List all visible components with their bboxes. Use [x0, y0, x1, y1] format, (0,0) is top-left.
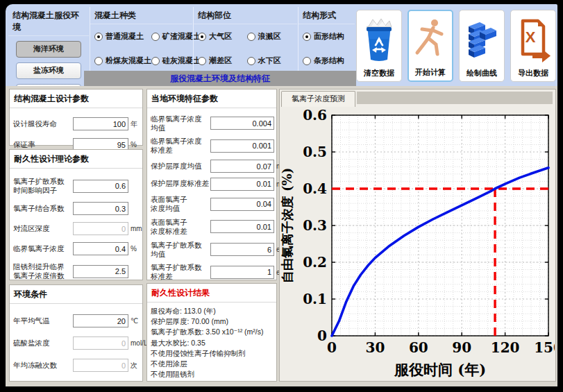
parameter-label: 硫酸盐浓度: [13, 339, 73, 348]
service-environment-group: 结构混凝土服役环境 海洋环境 盐冻环境 化学侵蚀环境: [8, 7, 89, 83]
panel-title: 结构混凝土设计参数: [10, 90, 142, 108]
parameter-input[interactable]: [73, 314, 128, 327]
radio-icon: [151, 57, 160, 65]
parameter-label: 氯离子扩散系数 均值: [151, 241, 210, 259]
parameter-unit: %: [131, 245, 137, 253]
chart-panel: 氯离子浓度预测 00.10.20.30.40.50.60306090120150…: [279, 89, 556, 382]
radio-icon: [94, 33, 103, 41]
radio-splash-zone[interactable]: 浪溅区: [247, 31, 296, 42]
excel-export-icon: X: [516, 17, 551, 67]
env-button-salt-frost[interactable]: 盐冻环境: [16, 62, 81, 79]
parameter-input[interactable]: [73, 202, 128, 215]
parameter-label: 表面氯离子 浓度均值: [151, 195, 210, 213]
parameter-row: 对流区深度mm: [13, 222, 139, 235]
application-window: 结构混凝土服役环境 海洋环境 盐冻环境 化学侵蚀环境 混凝土种类 普通混凝土 矿…: [0, 0, 563, 392]
tab-chloride-prediction[interactable]: 氯离子浓度预测: [281, 91, 355, 107]
parameter-row: 氯离子扩散系数 均值e-12m2/s: [151, 241, 273, 259]
parameter-input[interactable]: [210, 139, 274, 153]
blocks-curve-icon: [464, 17, 499, 67]
panel-body: 氯离子扩散系数 时间影响因子氯离子结合系数对流区深度mm临界氯离子浓度%阻锈剂提…: [10, 169, 142, 281]
result-line: 不使用阻锈剂: [151, 369, 273, 380]
design-parameters-panel: 结构混凝土设计参数 设计服役寿命年保证率%: [9, 89, 143, 146]
parameter-label: 年平均气温: [13, 316, 73, 325]
radio-underwater-zone[interactable]: 水下区: [247, 56, 296, 66]
parameter-label: 表面氯离子 浓度标准差: [151, 218, 210, 236]
radio-icon: [151, 33, 160, 41]
group-title: 结构混凝土服役环境: [8, 7, 89, 36]
parameter-row: 氯离子结合系数: [13, 202, 139, 215]
svg-text:X: X: [526, 28, 536, 46]
radio-strip-structure[interactable]: 条形结构: [303, 56, 353, 66]
tab-bar-filler: [357, 92, 553, 104]
parameter-label: 阻锈剂提升临界 氯离子浓度倍数: [13, 262, 73, 280]
parameter-input[interactable]: [73, 117, 128, 130]
export-data-button[interactable]: X 导出数据: [510, 10, 556, 82]
parameter-input[interactable]: [210, 266, 274, 279]
parameter-unit: mol/L: [131, 339, 147, 347]
parameter-row: 临界氯离子浓度 标准差: [151, 137, 273, 155]
panel-body: 临界氯离子浓度 均值临界氯离子浓度 标准差保护层厚度均值m保护层厚度标准差m表面…: [147, 108, 276, 282]
svg-text:自由氯离子浓度 (%): 自由氯离子浓度 (%): [280, 168, 294, 283]
parameter-label: 临界氯离子浓度: [13, 244, 73, 253]
radio-icon: [303, 57, 311, 65]
radio-flyash-concrete[interactable]: 粉煤灰混凝土: [94, 56, 151, 66]
draw-curve-button[interactable]: 绘制曲线: [459, 10, 505, 82]
svg-text:120: 120: [491, 339, 520, 356]
parameter-input[interactable]: [210, 160, 274, 173]
parameter-label: 氯离子扩散系数 标准差: [151, 263, 210, 281]
parameter-row: 设计服役寿命年: [13, 117, 139, 130]
parameter-input[interactable]: [210, 117, 274, 130]
parameter-row: 年均冻融次数次: [13, 359, 139, 372]
svg-text:0.1: 0.1: [303, 291, 327, 307]
radio-ordinary-concrete[interactable]: 普通混凝土: [94, 31, 151, 42]
parameter-input: [73, 336, 128, 350]
parameter-row: 年平均气温℃: [13, 314, 139, 327]
parameter-label: 年均冻融次数: [13, 361, 73, 370]
action-label: 清空数据: [364, 68, 394, 78]
radio-icon: [247, 33, 255, 41]
durability-results-panel: 耐久性设计结果 服役寿命: 113.0 (年)保护层厚度: 70.00 (mm)…: [146, 283, 277, 382]
radio-atmospheric-zone[interactable]: 大气区: [198, 31, 247, 42]
result-line: 不使用涂层: [151, 359, 273, 369]
result-line: 不使用侵蚀性离子传输抑制剂: [151, 348, 273, 359]
section-banner: 服役混凝土环境及结构特征: [84, 71, 356, 86]
parameter-input[interactable]: [210, 178, 274, 191]
group-title: 结构部位: [194, 7, 297, 24]
radio-icon: [247, 57, 255, 65]
parameter-row: 保护层厚度标准差m: [151, 178, 273, 191]
result-line: 氯离子扩散系数: 3.50 x10⁻¹² (m²/s): [151, 327, 273, 337]
parameter-row: 表面氯离子 浓度均值: [151, 195, 273, 213]
parameter-row: 保护层厚度均值m: [151, 160, 273, 173]
group-title: 结构形式: [299, 7, 355, 24]
parameter-input[interactable]: [73, 242, 128, 255]
radio-icon: [94, 57, 103, 65]
parameter-input: [73, 222, 128, 235]
radio-tidal-zone[interactable]: 潮差区: [198, 56, 247, 66]
parameter-input[interactable]: [73, 265, 128, 278]
start-calculation-button[interactable]: 开始计算: [407, 10, 453, 82]
parameter-input[interactable]: [210, 220, 274, 233]
svg-text:150: 150: [534, 339, 555, 356]
panel-title: 耐久性设计理论参数: [10, 150, 142, 169]
radio-slab-structure[interactable]: 面形结构: [303, 31, 353, 42]
parameter-label: 临界氯离子浓度 均值: [151, 114, 210, 133]
svg-text:0.6: 0.6: [303, 107, 327, 123]
result-line: 保护层厚度: 70.00 (mm): [151, 316, 273, 327]
action-label: 绘制曲线: [467, 68, 497, 78]
local-environment-panel: 当地环境特征参数 临界氯离子浓度 均值临界氯离子浓度 标准差保护层厚度均值m保护…: [146, 89, 277, 280]
results-body: 服役寿命: 113.0 (年)保护层厚度: 70.00 (mm)氯离子扩散系数:…: [147, 302, 276, 380]
parameter-unit: mm: [131, 225, 142, 232]
parameter-input[interactable]: [73, 180, 128, 193]
parameter-input[interactable]: [210, 198, 274, 211]
env-button-marine[interactable]: 海洋环境: [16, 41, 81, 58]
chart-tab-bar: 氯离子浓度预测: [280, 90, 555, 106]
parameter-label: 临界氯离子浓度 标准差: [151, 137, 210, 155]
app-surface: 结构混凝土服役环境 海洋环境 盐冻环境 化学侵蚀环境 混凝土种类 普通混凝土 矿…: [6, 4, 557, 386]
svg-text:0.5: 0.5: [303, 144, 327, 160]
parameter-input: [73, 359, 128, 372]
clear-data-button[interactable]: 清空数据: [356, 10, 402, 82]
recycle-bin-icon: [362, 17, 396, 67]
parameter-input[interactable]: [210, 243, 274, 256]
parameter-label: 保护层厚度均值: [151, 162, 210, 171]
parameter-unit: 年: [131, 119, 137, 129]
